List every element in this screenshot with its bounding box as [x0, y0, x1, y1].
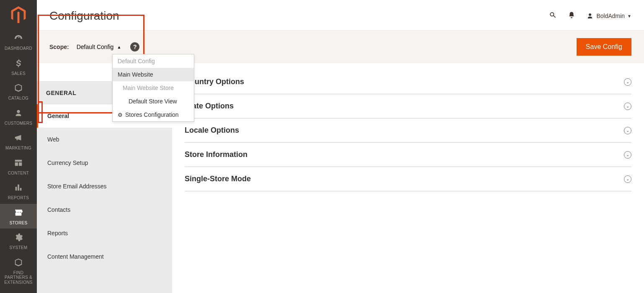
chevron-down-icon: ⌄ — [624, 127, 631, 134]
gauge-icon — [14, 33, 23, 44]
scope-bar: Scope: Default Config ▲ ? Save Config De… — [37, 30, 644, 63]
section-country-options[interactable]: Country Options ⌄ — [185, 76, 631, 94]
section-single-store-mode[interactable]: Single-Store Mode ⌄ — [185, 167, 631, 191]
magento-logo[interactable] — [0, 0, 37, 29]
config-nav-label: Reports — [47, 230, 68, 236]
section-state-options[interactable]: State Options ⌄ — [185, 94, 631, 118]
nav-label: MARKETING — [5, 146, 31, 151]
person-icon — [14, 108, 23, 119]
nav-label: CONTENT — [8, 171, 29, 176]
nav-content[interactable]: CONTENT — [0, 154, 37, 179]
scope-dropdown: Default Config Main Website Main Website… — [112, 54, 194, 122]
layout-icon — [14, 158, 23, 169]
nav-marketing[interactable]: MARKETING — [0, 129, 37, 154]
chevron-down-icon: ⌄ — [624, 175, 631, 183]
nav-label: SALES — [11, 71, 26, 76]
scope-label: Scope: — [49, 44, 69, 50]
scope-option-main-website[interactable]: Main Website — [113, 68, 194, 81]
nav-partners[interactable]: FIND PARTNERS & EXTENSIONS — [0, 254, 37, 288]
config-nav-label: Contacts — [47, 206, 70, 213]
config-nav-store-email-addresses[interactable]: Store Email Addresses — [37, 175, 172, 198]
caret-down-icon: ▼ — [627, 14, 631, 18]
scope-option-label: Default Config — [118, 58, 155, 64]
nav-label: DASHBOARD — [5, 46, 32, 51]
nav-label: FIND PARTNERS & EXTENSIONS — [2, 270, 35, 285]
save-config-button[interactable]: Save Config — [577, 38, 631, 56]
nav-customers[interactable]: CUSTOMERS — [0, 104, 37, 129]
scope-option-label: Stores Configuration — [125, 111, 179, 118]
config-nav-reports[interactable]: Reports — [37, 221, 172, 245]
scope-option-main-website-store[interactable]: Main Website Store — [113, 81, 194, 95]
nav-label: CUSTOMERS — [5, 121, 32, 126]
nav-label: REPORTS — [8, 195, 29, 200]
admin-sidebar: DASHBOARD SALES CATALOG CUSTOMERS MARKET… — [0, 0, 37, 293]
nav-reports[interactable]: REPORTS — [0, 179, 37, 204]
nav-label: SYSTEM — [10, 245, 28, 250]
scope-option-label: Main Website — [118, 71, 153, 78]
section-store-information[interactable]: Store Information ⌄ — [185, 143, 631, 167]
scope-option-stores-configuration[interactable]: ⚙ Stores Configuration — [113, 108, 194, 121]
config-nav-label: Store Email Addresses — [47, 183, 107, 190]
config-nav-currency-setup[interactable]: Currency Setup — [37, 151, 172, 175]
gear-icon: ⚙ — [118, 112, 123, 118]
box-icon — [14, 83, 23, 94]
config-group-label: GENERAL — [46, 90, 76, 96]
config-nav-label: General — [47, 113, 69, 119]
config-main: Country Options ⌄ State Options ⌄ Locale… — [172, 63, 644, 208]
nav-stores[interactable]: STORES — [0, 204, 37, 229]
gear-icon — [14, 233, 23, 244]
caret-up-icon: ▲ — [117, 45, 121, 49]
config-nav-contacts[interactable]: Contacts — [37, 198, 172, 221]
config-nav-content-management[interactable]: Content Management — [37, 245, 172, 268]
nav-label: STORES — [10, 221, 28, 226]
chevron-down-icon: ⌄ — [624, 151, 631, 159]
scope-option-label: Default Store View — [129, 98, 177, 105]
chevron-down-icon: ⌄ — [624, 103, 631, 110]
puzzle-icon — [14, 258, 23, 269]
scope-option-label: Main Website Store — [123, 85, 174, 91]
bars-icon — [14, 183, 23, 194]
scope-option-default-config[interactable]: Default Config — [113, 54, 194, 68]
nav-sales[interactable]: SALES — [0, 54, 37, 80]
section-title: Store Information — [185, 150, 247, 159]
section-title: Single-Store Mode — [185, 175, 251, 183]
user-icon — [586, 12, 594, 20]
search-icon[interactable] — [549, 11, 557, 21]
nav-dashboard[interactable]: DASHBOARD — [0, 29, 37, 54]
scope-option-default-store-view[interactable]: Default Store View — [113, 95, 194, 108]
chevron-down-icon: ⌄ — [624, 78, 631, 86]
help-icon[interactable]: ? — [130, 42, 139, 51]
user-label: BoldAdmin — [596, 13, 625, 19]
nav-system[interactable]: SYSTEM — [0, 229, 37, 254]
page-title: Configuration — [49, 9, 119, 23]
dollar-icon — [14, 59, 23, 69]
scope-selected-value: Default Config — [77, 44, 114, 50]
notifications-icon[interactable] — [568, 11, 575, 21]
storefront-icon — [14, 208, 23, 219]
page-header: Configuration BoldAdmin ▼ — [37, 0, 644, 30]
config-nav-label: Content Management — [47, 253, 104, 260]
user-menu[interactable]: BoldAdmin ▼ — [586, 12, 631, 20]
nav-label: CATALOG — [8, 96, 28, 101]
config-nav-web[interactable]: Web — [37, 128, 172, 151]
section-locale-options[interactable]: Locale Options ⌄ — [185, 118, 631, 143]
megaphone-icon — [14, 133, 23, 144]
config-nav-label: Currency Setup — [47, 159, 88, 166]
section-title: Locale Options — [185, 126, 239, 135]
scope-selector[interactable]: Default Config ▲ — [77, 44, 121, 50]
nav-catalog[interactable]: CATALOG — [0, 79, 37, 104]
config-nav-label: Web — [47, 136, 59, 143]
